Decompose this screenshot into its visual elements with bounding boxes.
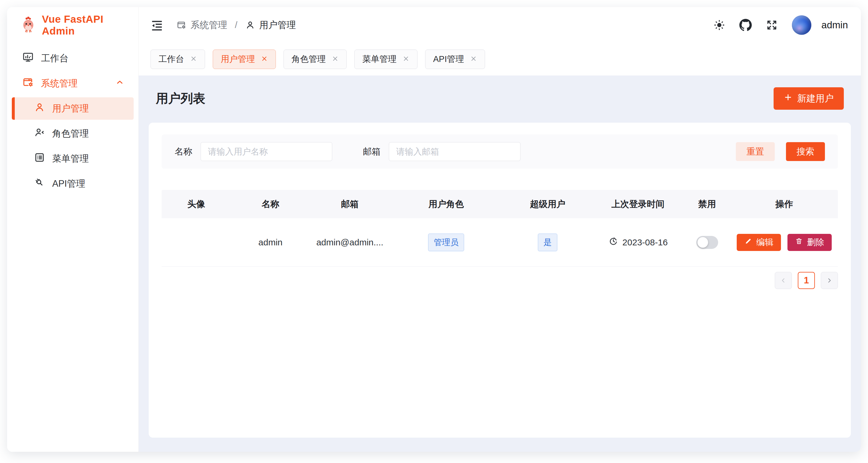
new-user-button[interactable]: 新建用户 — [774, 87, 844, 110]
cell-last-login: 2023-08-16 — [592, 236, 684, 248]
page-head: 用户列表 新建用户 — [149, 87, 851, 110]
tab-label: 菜单管理 — [362, 54, 397, 65]
pencil-icon — [744, 237, 752, 247]
breadcrumb-item-system[interactable]: 系统管理 — [177, 19, 227, 31]
app-window: Vue FastAPI Admin 工作台 — [7, 7, 861, 452]
filter-bar: 名称 邮箱 重置 搜索 — [162, 134, 838, 169]
chevron-up-icon — [115, 78, 124, 89]
last-login-value: 2023-08-16 — [623, 237, 668, 247]
edit-button[interactable]: 编辑 — [737, 234, 781, 251]
disabled-toggle[interactable] — [696, 236, 718, 249]
column-header-superuser: 超级用户 — [503, 198, 592, 210]
tab-label: API管理 — [433, 54, 464, 65]
github-icon[interactable] — [739, 19, 752, 31]
sidebar-item-menus[interactable]: 菜单管理 — [12, 147, 134, 170]
plug-api-icon — [34, 177, 45, 191]
users-table: 头像 名称 邮箱 用户角色 超级用户 上次登录时间 禁用 操作 admin ad… — [162, 190, 838, 267]
plus-icon — [784, 93, 793, 104]
tab-api[interactable]: API管理 — [425, 49, 485, 69]
topbar: 系统管理 / 用户管理 — [139, 7, 861, 43]
cell-email: admin@admin.... — [310, 237, 390, 247]
breadcrumb-label: 系统管理 — [191, 19, 227, 31]
column-header-name: 名称 — [231, 198, 310, 210]
cell-actions: 编辑 删除 — [731, 234, 838, 251]
history-clock-icon — [608, 236, 618, 248]
sidebar-item-label: 角色管理 — [52, 127, 89, 140]
user-list-card: 名称 邮箱 重置 搜索 头像 名称 邮箱 用户角色 — [149, 123, 851, 438]
close-icon[interactable] — [470, 55, 477, 64]
breadcrumb: 系统管理 / 用户管理 — [177, 19, 296, 31]
breadcrumb-label: 用户管理 — [259, 19, 296, 31]
column-header-role: 用户角色 — [390, 198, 503, 210]
tab-menus[interactable]: 菜单管理 — [354, 49, 417, 69]
sidebar-item-label: 系统管理 — [41, 77, 78, 90]
close-icon[interactable] — [402, 55, 409, 64]
tab-workbench[interactable]: 工作台 — [151, 49, 205, 69]
column-header-avatar: 头像 — [162, 198, 231, 210]
cell-disabled — [684, 236, 731, 249]
column-header-email: 邮箱 — [310, 198, 390, 210]
name-filter-label: 名称 — [175, 146, 192, 158]
sidebar-item-label: API管理 — [52, 177, 85, 190]
breadcrumb-item-users[interactable]: 用户管理 — [245, 19, 296, 31]
search-button[interactable]: 搜索 — [786, 142, 825, 161]
trash-icon — [795, 237, 803, 247]
user-icon — [34, 102, 45, 115]
sidebar-item-roles[interactable]: 角色管理 — [12, 122, 134, 145]
sidebar-menu: 工作台 系统管理 — [7, 43, 138, 198]
tab-label: 用户管理 — [221, 54, 255, 65]
sidebar-item-system[interactable]: 系统管理 — [12, 72, 134, 95]
cell-role: 管理员 — [390, 234, 503, 251]
brand[interactable]: Vue FastAPI Admin — [7, 7, 138, 43]
collapse-sidebar-icon[interactable] — [151, 19, 163, 32]
sidebar: Vue FastAPI Admin 工作台 — [7, 7, 139, 452]
edit-label: 编辑 — [756, 236, 773, 248]
content: 用户列表 新建用户 名称 邮箱 重置 搜索 — [139, 75, 861, 452]
name-filter-input[interactable] — [200, 142, 332, 161]
next-page-button[interactable] — [821, 272, 838, 289]
sidebar-item-users[interactable]: 用户管理 — [12, 97, 134, 120]
menu-list-icon — [34, 152, 45, 165]
column-header-lastlogin: 上次登录时间 — [592, 198, 684, 210]
new-user-label: 新建用户 — [797, 92, 834, 105]
chick-logo-icon — [21, 16, 37, 34]
avatar[interactable] — [792, 15, 811, 35]
topbar-actions: admin — [713, 15, 848, 35]
app-title: Vue FastAPI Admin — [42, 13, 138, 37]
tab-label: 工作台 — [158, 54, 184, 65]
close-icon[interactable] — [190, 55, 197, 64]
tab-label: 角色管理 — [291, 54, 326, 65]
sidebar-item-api[interactable]: API管理 — [12, 172, 134, 195]
sidebar-item-workbench[interactable]: 工作台 — [12, 47, 134, 70]
tab-roles[interactable]: 角色管理 — [283, 49, 347, 69]
reset-button[interactable]: 重置 — [736, 142, 775, 161]
cell-superuser: 是 — [503, 234, 592, 251]
tab-users[interactable]: 用户管理 — [213, 49, 276, 69]
table-row: admin admin@admin.... 管理员 是 — [162, 218, 838, 267]
role-badge: 管理员 — [428, 234, 464, 251]
page-title: 用户列表 — [156, 90, 205, 107]
tabbar: 工作台 用户管理 角色管理 菜单管理 API管理 — [139, 43, 861, 75]
email-filter-label: 邮箱 — [363, 146, 381, 158]
delete-button[interactable]: 删除 — [787, 234, 832, 251]
fullscreen-icon[interactable] — [766, 19, 778, 31]
delete-label: 删除 — [807, 236, 824, 248]
column-header-actions: 操作 — [731, 198, 838, 210]
main-area: 系统管理 / 用户管理 — [139, 7, 861, 452]
sidebar-item-label: 工作台 — [41, 52, 68, 65]
sidebar-item-label: 用户管理 — [52, 102, 89, 115]
page-1-button[interactable]: 1 — [798, 272, 815, 289]
breadcrumb-separator: / — [235, 20, 238, 30]
username[interactable]: admin — [822, 20, 848, 31]
superuser-badge: 是 — [538, 234, 557, 251]
close-icon[interactable] — [332, 55, 339, 64]
close-icon[interactable] — [261, 55, 268, 64]
window-gear-icon — [22, 76, 34, 91]
column-header-disabled: 禁用 — [684, 198, 731, 210]
prev-page-button[interactable] — [775, 272, 792, 289]
theme-sun-icon[interactable] — [713, 19, 725, 31]
toggle-knob — [698, 237, 708, 248]
table-header-row: 头像 名称 邮箱 用户角色 超级用户 上次登录时间 禁用 操作 — [162, 190, 838, 218]
sidebar-item-label: 菜单管理 — [52, 153, 89, 165]
email-filter-input[interactable] — [389, 142, 521, 161]
